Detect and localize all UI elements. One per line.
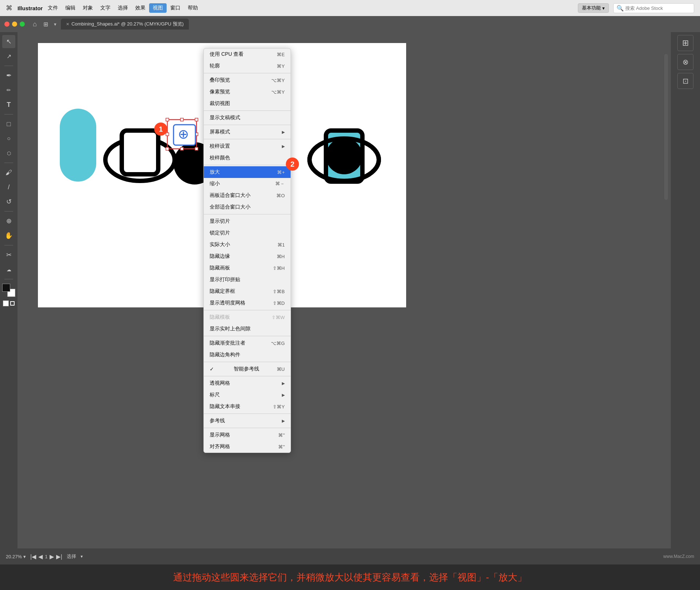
panel-icon-1[interactable]: ⊞ (677, 35, 693, 51)
menu-object[interactable]: 对象 (79, 3, 97, 13)
menu-use-cpu[interactable]: 使用 CPU 查看 ⌘E (204, 48, 291, 60)
menu-fit-all[interactable]: 全部适合窗口大小 (204, 201, 291, 213)
close-button[interactable] (4, 22, 9, 27)
menu-screen-mode[interactable]: 屏幕模式 ▶ (204, 126, 291, 138)
separator-9 (204, 362, 291, 362)
tool-zoom[interactable]: ⊕ (2, 214, 15, 228)
statusbar: 20.27% ▾ |◀ ◀ 1 ▶ ▶| 选择 ▾ www.MacZ.com (0, 548, 700, 564)
tool-scissors[interactable]: ✂ (2, 248, 15, 261)
menu-hide-template[interactable]: 隐藏模板 ⇧⌘W (204, 311, 291, 323)
menu-pixel-preview[interactable]: 像素预览 ⌥⌘Y (204, 86, 291, 98)
menu-file[interactable]: 文件 (44, 3, 62, 13)
tool-line[interactable]: / (2, 181, 15, 194)
menu-actual-size[interactable]: 实际大小 ⌘1 (204, 239, 291, 251)
page-first[interactable]: |◀ (30, 553, 36, 560)
menu-overprint[interactable]: 叠印预览 ⌥⌘Y (204, 74, 291, 86)
tool-rect[interactable]: □ (2, 117, 15, 131)
home-icon[interactable]: ⌂ (33, 20, 37, 28)
workspace-button[interactable]: 基本功能 ▾ (578, 3, 609, 13)
fill-stroke-toggle[interactable] (3, 300, 15, 306)
panel-icon-3[interactable]: ⊡ (677, 73, 693, 89)
menu-effect[interactable]: 效果 (132, 3, 149, 13)
tool-pen[interactable]: ✒ (2, 69, 15, 82)
view-dropdown-menu[interactable]: 使用 CPU 查看 ⌘E 轮廓 ⌘Y 叠印预览 ⌥⌘Y 像素预览 ⌥⌘Y 裁 (203, 48, 291, 453)
menu-hide-artboards[interactable]: 隐藏画板 ⇧⌘H (204, 262, 291, 274)
menu-live-paint-gaps[interactable]: 显示实时上色间隙 (204, 323, 291, 335)
panel-icon-2[interactable]: ⊗ (677, 54, 693, 70)
menu-hide-corner-widget[interactable]: 隐藏边角构件 (204, 349, 291, 361)
page-next[interactable]: ▶ (50, 553, 54, 560)
menu-perspective-grid[interactable]: 透视网格 ▶ (204, 377, 291, 389)
menu-select[interactable]: 选择 (114, 3, 132, 13)
zoom-value: 20.27% (6, 554, 22, 559)
menu-hide-edges[interactable]: 隐藏边缘 ⌘H (204, 251, 291, 262)
tool-ellipse[interactable]: ○ (2, 132, 15, 145)
page-prev[interactable]: ◀ (38, 553, 43, 560)
menu-edit[interactable]: 编辑 (62, 3, 79, 13)
menu-hide-gradient[interactable]: 隐藏渐变批注者 ⌥⌘G (204, 337, 291, 349)
color-swatches[interactable] (2, 284, 15, 297)
menu-rulers[interactable]: 标尺 ▶ (204, 389, 291, 401)
menu-show-print-tiling[interactable]: 显示打印拼贴 (204, 274, 291, 286)
stroke-indicator[interactable] (10, 301, 15, 306)
menu-view[interactable]: 视图 (149, 3, 167, 13)
search-input[interactable] (625, 5, 691, 11)
scrollbar-vertical[interactable] (664, 54, 668, 200)
zoom-chevron[interactable]: ▾ (23, 554, 26, 559)
menu-outline[interactable]: 轮廓 ⌘Y (204, 60, 291, 72)
svg-rect-1 (122, 131, 158, 174)
app-name[interactable]: Illustrator (18, 5, 43, 11)
menu-hide-bounding-box[interactable]: 隐藏定界框 ⇧⌘B (204, 286, 291, 297)
menu-presentation-mode[interactable]: 显示文稿模式 (204, 112, 291, 124)
menu-zoom-in[interactable]: 放大 ⌘+ (204, 166, 291, 178)
menu-smart-guides[interactable]: 智能参考线 ⌘U (204, 363, 291, 375)
svg-text:⊕: ⊕ (178, 127, 189, 141)
menu-text[interactable]: 文字 (97, 3, 114, 13)
shape-eye-left (105, 131, 175, 181)
separator-11 (204, 414, 291, 414)
tool-paintbrush[interactable]: 🖌 (2, 166, 15, 179)
menu-show-slices[interactable]: 显示切片 (204, 216, 291, 227)
document-tab[interactable]: ✕ Combining_Shapes.ai* @ 20.27% (CMYK/GP… (61, 19, 189, 30)
menu-fit-artboard[interactable]: 画板适合窗口大小 ⌘O (204, 190, 291, 201)
menu-proof-colors[interactable]: 校样颜色 (204, 152, 291, 164)
fill-indicator[interactable] (3, 300, 9, 306)
canvas-area[interactable]: ⊕ 使用 CPU 查看 ⌘E 轮廓 ⌘Y 叠印预览 ⌥⌘Y (18, 32, 671, 590)
menu-window[interactable]: 窗口 (167, 3, 184, 13)
tool-separator-5 (4, 245, 13, 245)
statusbar-chevron[interactable]: ▾ (81, 554, 83, 559)
menu-trim-view[interactable]: 裁切视图 (204, 98, 291, 109)
menu-show-grid[interactable]: 显示网格 ⌘" (204, 429, 291, 441)
menu-hide-text-threads[interactable]: 隐藏文本串接 ⇧⌘Y (204, 401, 291, 412)
separator-8 (204, 336, 291, 336)
tool-separator-1 (4, 66, 13, 66)
menu-proof-setup[interactable]: 校样设置 ▶ (204, 140, 291, 152)
menu-guides[interactable]: 参考线 ▶ (204, 415, 291, 427)
tab-close-icon[interactable]: ✕ (66, 22, 69, 27)
tool-direct-select[interactable]: ↗ (2, 50, 15, 63)
apple-menu-icon[interactable]: ⌘ (6, 4, 12, 12)
minimize-button[interactable] (12, 22, 17, 27)
menu-zoom-out[interactable]: 缩小 ⌘－ (204, 178, 291, 190)
layout-icon[interactable]: ⊞ (43, 21, 48, 28)
svg-rect-10 (166, 133, 169, 136)
tool-polygon[interactable]: ⬡ (2, 147, 15, 160)
menu-help[interactable]: 帮助 (184, 3, 202, 13)
maximize-button[interactable] (20, 22, 25, 27)
tool-blob[interactable]: ☁ (2, 263, 15, 276)
tool-type[interactable]: T (2, 98, 15, 111)
tool-hand[interactable]: ✋ (2, 229, 15, 242)
separator-1 (204, 73, 291, 73)
menu-show-transparency-grid[interactable]: 显示透明度网格 ⇧⌘D (204, 297, 291, 309)
tool-selection[interactable]: ↖ (2, 35, 15, 48)
menu-lock-slices[interactable]: 锁定切片 (204, 227, 291, 239)
separator-10 (204, 376, 291, 376)
zoom-control[interactable]: 20.27% ▾ (6, 554, 26, 559)
tool-separator-3 (4, 163, 13, 163)
tool-pencil[interactable]: ✏ (2, 84, 15, 97)
page-last[interactable]: ▶| (56, 553, 62, 560)
search-box[interactable]: 🔍 (613, 3, 694, 13)
menu-snap-grid[interactable]: 对齐网格 ⌘" (204, 441, 291, 453)
layout-chevron[interactable]: ▾ (54, 22, 57, 27)
tool-rotate[interactable]: ↺ (2, 195, 15, 208)
